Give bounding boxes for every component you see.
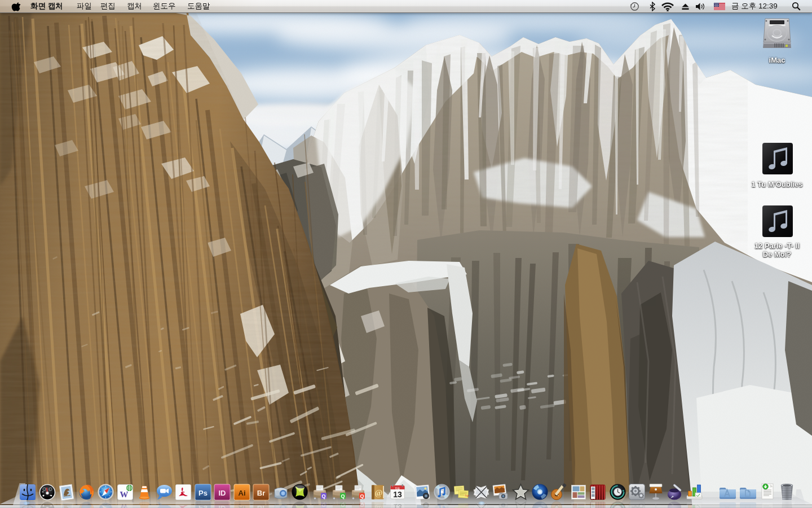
svg-text:Ps: Ps	[198, 504, 208, 508]
svg-text:13: 13	[393, 490, 402, 499]
svg-text:Sign: Sign	[465, 504, 469, 507]
svg-text:Q: Q	[360, 502, 364, 508]
svg-text:w: w	[120, 502, 129, 508]
svg-text:@: @	[375, 504, 383, 508]
svg-text:@: @	[375, 488, 383, 497]
svg-text:Q: Q	[321, 502, 325, 508]
svg-text:Br: Br	[257, 504, 265, 508]
svg-text:Q: Q	[321, 493, 325, 499]
svg-text:13: 13	[393, 502, 402, 508]
svg-text:Q: Q	[360, 493, 364, 499]
svg-text:Q: Q	[341, 502, 345, 508]
svg-text:Ai: Ai	[239, 489, 246, 497]
svg-text:Br: Br	[257, 489, 265, 497]
svg-text:Ps: Ps	[198, 489, 208, 497]
svg-text:Q: Q	[341, 493, 345, 499]
svg-text:ID: ID	[219, 504, 226, 508]
svg-text:Ai: Ai	[239, 504, 246, 508]
svg-text:ID: ID	[219, 489, 226, 497]
svg-text:Sign: Sign	[465, 494, 469, 497]
